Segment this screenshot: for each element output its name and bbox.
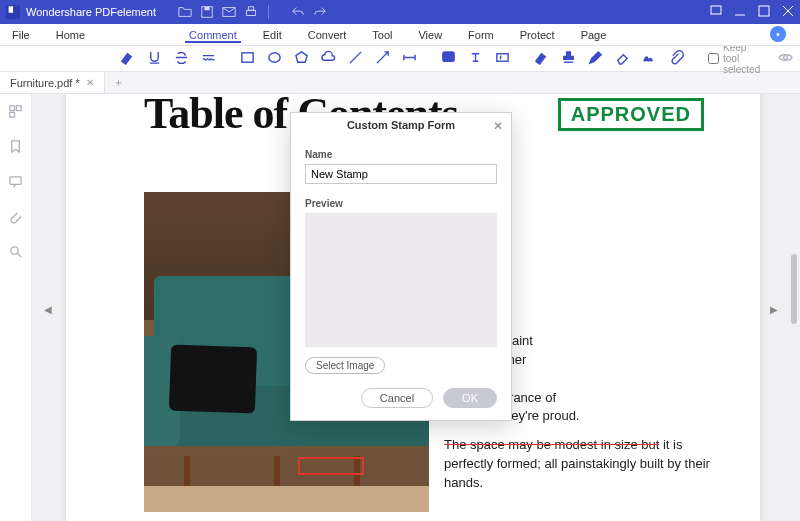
preview-area bbox=[305, 213, 497, 347]
svg-rect-4 bbox=[248, 7, 253, 11]
tab-close-icon[interactable]: ✕ bbox=[86, 77, 94, 88]
polygon-icon[interactable] bbox=[294, 50, 309, 67]
svg-rect-7 bbox=[242, 53, 253, 62]
attachments-panel-icon[interactable] bbox=[8, 209, 23, 228]
svg-rect-5 bbox=[711, 6, 721, 14]
search-icon[interactable] bbox=[8, 244, 23, 263]
pencil-icon[interactable] bbox=[588, 50, 603, 67]
prev-page-handle[interactable]: ◀ bbox=[44, 304, 52, 315]
tab-label: Furniture.pdf * bbox=[10, 77, 80, 89]
dialog-title: Custom Stamp Form bbox=[291, 113, 511, 133]
stamp-name-input[interactable] bbox=[305, 164, 497, 184]
comments-panel-icon[interactable] bbox=[8, 174, 23, 193]
next-page-handle[interactable]: ▶ bbox=[770, 304, 778, 315]
menu-form[interactable]: Form bbox=[464, 27, 498, 43]
cloud-icon[interactable] bbox=[321, 50, 336, 67]
line-icon[interactable] bbox=[348, 50, 363, 67]
custom-stamp-dialog: Custom Stamp Form ✕ Name Preview Select … bbox=[290, 112, 512, 421]
close-icon[interactable] bbox=[782, 5, 794, 19]
svg-point-11 bbox=[784, 56, 788, 60]
svg-rect-14 bbox=[10, 112, 15, 117]
print-icon[interactable] bbox=[244, 5, 258, 19]
svg-rect-9 bbox=[443, 52, 454, 61]
approved-stamp[interactable]: APPROVED bbox=[558, 98, 704, 131]
underline-icon[interactable] bbox=[147, 50, 162, 67]
menu-page[interactable]: Page bbox=[577, 27, 611, 43]
svg-rect-10 bbox=[497, 54, 508, 62]
tab-furniture[interactable]: Furniture.pdf * ✕ bbox=[0, 72, 105, 93]
menu-protect[interactable]: Protect bbox=[516, 27, 559, 43]
user-avatar-icon[interactable]: • bbox=[770, 26, 786, 42]
svg-rect-1 bbox=[204, 7, 209, 11]
feedback-icon[interactable] bbox=[710, 5, 722, 19]
keep-tool-checkbox[interactable] bbox=[708, 53, 719, 64]
svg-rect-15 bbox=[10, 177, 21, 185]
minimize-icon[interactable] bbox=[734, 5, 746, 19]
squiggly-icon[interactable] bbox=[201, 50, 216, 67]
thumbnails-icon[interactable] bbox=[8, 104, 23, 123]
rectangle-icon[interactable] bbox=[240, 50, 255, 67]
vertical-scrollbar[interactable] bbox=[791, 254, 797, 324]
eye-icon[interactable] bbox=[778, 50, 793, 67]
document-tabs: Furniture.pdf * ✕ ＋ bbox=[0, 72, 800, 94]
menu-bar: File Home Comment Edit Convert Tool View… bbox=[0, 24, 800, 46]
svg-rect-3 bbox=[247, 10, 256, 15]
ok-button[interactable]: OK bbox=[443, 388, 497, 408]
menu-convert[interactable]: Convert bbox=[304, 27, 351, 43]
app-title: Wondershare PDFelement bbox=[26, 6, 156, 18]
menu-edit[interactable]: Edit bbox=[259, 27, 286, 43]
new-tab-button[interactable]: ＋ bbox=[105, 75, 132, 90]
arrow-icon[interactable] bbox=[375, 50, 390, 67]
highlighter-icon[interactable] bbox=[120, 50, 135, 67]
dialog-close-icon[interactable]: ✕ bbox=[493, 119, 503, 133]
distance-icon[interactable] bbox=[402, 50, 417, 67]
bookmark-icon[interactable] bbox=[8, 139, 23, 158]
strikethrough-text: The space may be modest in size but bbox=[444, 437, 659, 452]
textbox-icon[interactable] bbox=[495, 50, 510, 67]
area-highlight-icon[interactable] bbox=[534, 50, 549, 67]
svg-rect-12 bbox=[10, 106, 15, 111]
mail-icon[interactable] bbox=[222, 5, 236, 19]
title-bar: ▘ Wondershare PDFelement bbox=[0, 0, 800, 24]
keep-tool-selected[interactable]: Keep tool selected bbox=[708, 42, 760, 75]
svg-point-8 bbox=[269, 53, 280, 62]
svg-rect-13 bbox=[16, 106, 21, 111]
stamp-icon[interactable] bbox=[561, 50, 576, 67]
comment-toolbar: Keep tool selected bbox=[0, 46, 800, 72]
oval-icon[interactable] bbox=[267, 50, 282, 67]
svg-rect-6 bbox=[759, 6, 769, 16]
name-label: Name bbox=[305, 149, 497, 160]
menu-home[interactable]: Home bbox=[52, 27, 89, 43]
typewriter-icon[interactable] bbox=[468, 50, 483, 67]
menu-view[interactable]: View bbox=[414, 27, 446, 43]
preview-label: Preview bbox=[305, 198, 497, 209]
attachment-icon[interactable] bbox=[669, 50, 684, 67]
redo-icon[interactable] bbox=[313, 5, 327, 19]
strikethrough-icon[interactable] bbox=[174, 50, 189, 67]
svg-point-16 bbox=[11, 247, 19, 255]
open-folder-icon[interactable] bbox=[178, 5, 192, 19]
cancel-button[interactable]: Cancel bbox=[361, 388, 433, 408]
menu-comment[interactable]: Comment bbox=[185, 27, 241, 43]
select-image-button[interactable]: Select Image bbox=[305, 357, 385, 374]
note-icon[interactable] bbox=[441, 50, 456, 67]
keep-tool-label: Keep tool selected bbox=[723, 42, 760, 75]
eraser-icon[interactable] bbox=[615, 50, 630, 67]
menu-tool[interactable]: Tool bbox=[368, 27, 396, 43]
left-panel bbox=[0, 94, 32, 521]
save-icon[interactable] bbox=[200, 5, 214, 19]
maximize-icon[interactable] bbox=[758, 5, 770, 19]
app-logo-icon: ▘ bbox=[6, 5, 20, 19]
undo-icon[interactable] bbox=[291, 5, 305, 19]
signature-icon[interactable] bbox=[642, 50, 657, 67]
menu-file[interactable]: File bbox=[8, 27, 34, 43]
